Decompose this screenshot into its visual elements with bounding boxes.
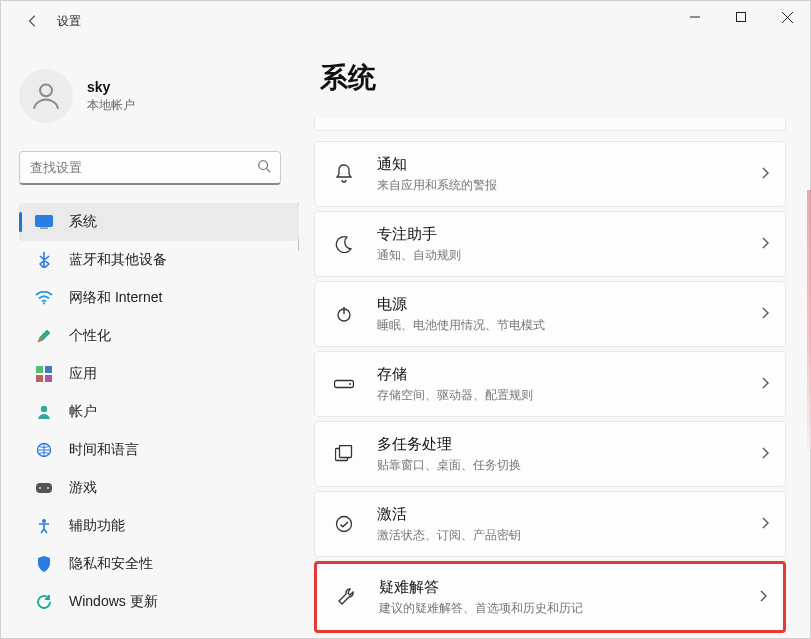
titlebar: 设置	[1, 1, 810, 41]
sidebar-item-label: 隐私和安全性	[69, 555, 153, 573]
sidebar-item-accounts[interactable]: 帐户	[19, 393, 299, 431]
globe-clock-icon	[35, 441, 53, 459]
search-icon	[257, 159, 271, 177]
accessibility-icon	[35, 517, 53, 535]
svg-point-14	[41, 406, 47, 412]
card-title: 疑难解答	[379, 578, 759, 597]
card-activation[interactable]: 激活 激活状态、订阅、产品密钥	[314, 491, 786, 557]
chevron-right-icon	[761, 445, 769, 463]
sidebar-item-accessibility[interactable]: 辅助功能	[19, 507, 299, 545]
svg-point-4	[40, 84, 52, 96]
sidebar-item-label: 蓝牙和其他设备	[69, 251, 167, 269]
svg-rect-13	[45, 375, 52, 382]
card-stub-prev	[314, 117, 786, 131]
card-focus-assist[interactable]: 专注助手 通知、自动规则	[314, 211, 786, 277]
person-icon	[29, 79, 63, 113]
svg-point-18	[47, 487, 49, 489]
sidebar-item-privacy[interactable]: 隐私和安全性	[19, 545, 299, 583]
account-icon	[35, 403, 53, 421]
chevron-right-icon	[761, 165, 769, 183]
wifi-icon	[35, 289, 53, 307]
card-text: 专注助手 通知、自动规则	[377, 225, 761, 264]
card-notifications[interactable]: 通知 来自应用和系统的警报	[314, 141, 786, 207]
sidebar-item-personalization[interactable]: 个性化	[19, 317, 299, 355]
card-sub: 睡眠、电池使用情况、节电模式	[377, 317, 761, 334]
card-storage[interactable]: 存储 存储空间、驱动器、配置规则	[314, 351, 786, 417]
sidebar: sky 本地帐户 系统	[1, 41, 306, 638]
bluetooth-icon	[35, 251, 53, 269]
settings-cards: 通知 来自应用和系统的警报 专注助手 通知、自动规则	[314, 117, 786, 633]
minimize-button[interactable]	[672, 1, 718, 33]
svg-line-6	[267, 169, 271, 173]
chevron-right-icon	[761, 305, 769, 323]
card-text: 电源 睡眠、电池使用情况、节电模式	[377, 295, 761, 334]
sidebar-item-apps[interactable]: 应用	[19, 355, 299, 393]
svg-point-19	[42, 519, 46, 523]
svg-rect-1	[737, 13, 746, 22]
right-edge-decoration	[807, 190, 811, 450]
card-text: 疑难解答 建议的疑难解答、首选项和历史和历记	[379, 578, 759, 617]
maximize-icon	[736, 12, 746, 22]
card-power[interactable]: 电源 睡眠、电池使用情况、节电模式	[314, 281, 786, 347]
sidebar-item-label: 时间和语言	[69, 441, 139, 459]
minimize-icon	[690, 12, 700, 22]
power-icon	[333, 303, 355, 325]
sidebar-item-network[interactable]: 网络和 Internet	[19, 279, 299, 317]
card-title: 多任务处理	[377, 435, 761, 454]
sidebar-item-label: 帐户	[69, 403, 97, 421]
main: 系统 通知 来自应用和系统的警报	[306, 41, 810, 638]
card-sub: 贴靠窗口、桌面、任务切换	[377, 457, 761, 474]
window-controls	[672, 1, 810, 33]
sidebar-item-time-language[interactable]: 时间和语言	[19, 431, 299, 469]
chevron-right-icon	[761, 515, 769, 533]
back-button[interactable]	[19, 7, 47, 35]
display-icon	[35, 213, 53, 231]
card-title: 电源	[377, 295, 761, 314]
card-title: 存储	[377, 365, 761, 384]
svg-point-5	[259, 161, 268, 170]
svg-rect-25	[340, 446, 352, 458]
card-text: 通知 来自应用和系统的警报	[377, 155, 761, 194]
window-title: 设置	[57, 13, 81, 30]
sidebar-item-system[interactable]: 系统	[19, 203, 299, 241]
brush-icon	[35, 327, 53, 345]
user-row[interactable]: sky 本地帐户	[19, 69, 306, 123]
page-title: 系统	[320, 59, 786, 97]
sidebar-item-label: 个性化	[69, 327, 111, 345]
close-button[interactable]	[764, 1, 810, 33]
sidebar-item-label: Windows 更新	[69, 593, 158, 611]
card-title: 激活	[377, 505, 761, 524]
sidebar-item-label: 应用	[69, 365, 97, 383]
wrench-icon	[335, 586, 357, 608]
user-text: sky 本地帐户	[87, 79, 135, 114]
sidebar-item-label: 系统	[69, 213, 97, 231]
update-icon	[35, 593, 53, 611]
apps-icon	[35, 365, 53, 383]
svg-rect-7	[36, 216, 53, 227]
card-title: 通知	[377, 155, 761, 174]
card-multitasking[interactable]: 多任务处理 贴靠窗口、桌面、任务切换	[314, 421, 786, 487]
sidebar-item-windows-update[interactable]: Windows 更新	[19, 583, 299, 621]
check-circle-icon	[333, 513, 355, 535]
sidebar-item-bluetooth[interactable]: 蓝牙和其他设备	[19, 241, 299, 279]
search-input[interactable]	[19, 151, 281, 185]
user-sub: 本地帐户	[87, 97, 135, 114]
card-troubleshoot[interactable]: 疑难解答 建议的疑难解答、首选项和历史和历记	[314, 561, 786, 633]
card-sub: 建议的疑难解答、首选项和历史和历记	[379, 600, 759, 617]
svg-rect-10	[36, 366, 43, 373]
svg-rect-11	[45, 366, 52, 373]
search-wrap	[19, 151, 281, 185]
sidebar-item-gaming[interactable]: 游戏	[19, 469, 299, 507]
card-sub: 来自应用和系统的警报	[377, 177, 761, 194]
avatar	[19, 69, 73, 123]
card-sub: 通知、自动规则	[377, 247, 761, 264]
sidebar-item-label: 游戏	[69, 479, 97, 497]
maximize-button[interactable]	[718, 1, 764, 33]
svg-point-9	[43, 302, 45, 304]
svg-point-26	[337, 517, 352, 532]
card-text: 多任务处理 贴靠窗口、桌面、任务切换	[377, 435, 761, 474]
user-name: sky	[87, 79, 135, 95]
svg-rect-12	[36, 375, 43, 382]
nav: 系统 蓝牙和其他设备 网络和 Internet	[19, 203, 299, 621]
card-sub: 激活状态、订阅、产品密钥	[377, 527, 761, 544]
